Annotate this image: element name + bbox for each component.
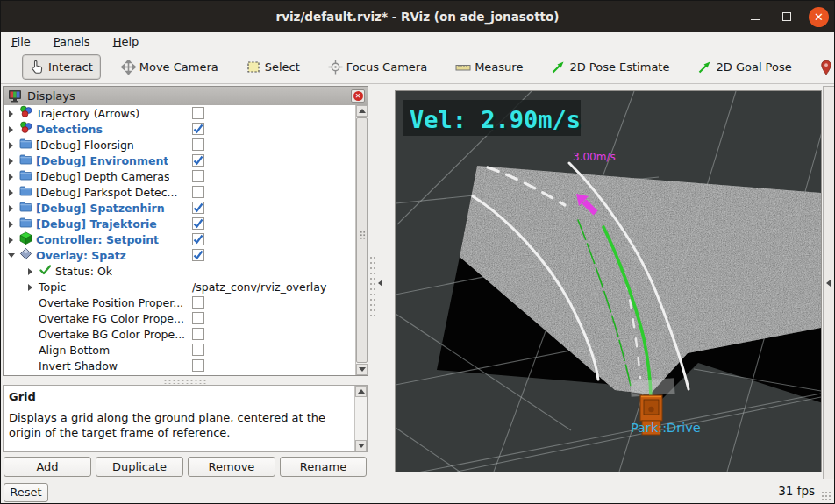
tree-item-label: Overtake BG Color Prope... xyxy=(39,328,185,341)
displays-tree: Trajectory (Arrows)Detections[Debug] Flo… xyxy=(4,105,355,375)
tree-item-label: Overtake FG Color Prope... xyxy=(39,312,184,325)
tree-row[interactable]: [Debug] Floorsign xyxy=(4,137,355,153)
expand-closed-icon[interactable] xyxy=(7,154,16,167)
tree-row[interactable]: Detections xyxy=(4,121,355,137)
tree-row[interactable]: [Debug] Trajektorie xyxy=(4,216,355,231)
scrollbar-thumb[interactable] xyxy=(356,117,368,363)
expand-closed-icon[interactable] xyxy=(26,280,35,294)
tree-row[interactable]: [Debug] Environment xyxy=(4,153,355,168)
tree-item-label: Topic xyxy=(39,280,66,294)
arrow-down-icon xyxy=(359,367,366,372)
checkbox-unchecked[interactable] xyxy=(192,138,204,151)
tree-item-label: Controller: Setpoint xyxy=(36,233,159,246)
tree-item-value[interactable]: /spatz_conv/rviz_overlay xyxy=(192,280,326,294)
tree-row[interactable]: Topic/spatz_conv/rviz_overlay xyxy=(4,279,355,295)
scroll-up-button[interactable] xyxy=(355,386,367,397)
expand-closed-icon[interactable] xyxy=(7,107,16,120)
displays-panel-close-button[interactable]: ✕ xyxy=(351,89,365,103)
expand-closed-icon[interactable] xyxy=(7,138,16,152)
left-panel-collapse-button[interactable] xyxy=(378,280,382,287)
fps-counter: 31 fps xyxy=(778,484,815,498)
tool-2d-goal-pose[interactable]: 2D Goal Pose xyxy=(689,54,799,80)
tool-interact[interactable]: Interact xyxy=(22,54,101,80)
expand-closed-icon[interactable] xyxy=(7,233,16,246)
speed-label: 3.00m/s xyxy=(573,151,616,163)
vertical-splitter-handle[interactable] xyxy=(369,255,376,316)
tree-item-label: Align Bottom xyxy=(39,344,110,357)
tree-row[interactable]: [Debug] Depth Cameras xyxy=(4,168,355,184)
tree-row[interactable]: Trajectory (Arrows) xyxy=(4,105,355,121)
tree-row[interactable]: Controller: Setpoint xyxy=(4,231,355,247)
render-scene: 3.00m/s Park::Drive Vel: 2.90m/s Vel: 2.… xyxy=(396,91,821,472)
menu-panels[interactable]: Panels xyxy=(54,35,90,48)
tool-move-camera[interactable]: Move Camera xyxy=(113,54,226,80)
reset-button[interactable]: Reset xyxy=(4,483,48,502)
remove-button[interactable]: Remove xyxy=(188,457,275,477)
checkbox-unchecked[interactable] xyxy=(192,296,204,309)
tree-row[interactable]: [Debug] Spatzenhirn xyxy=(4,200,355,216)
checkbox-checked[interactable] xyxy=(192,233,204,245)
tool-select[interactable]: Select xyxy=(239,54,308,80)
displays-panel-icon xyxy=(8,89,22,103)
menu-help[interactable]: Help xyxy=(113,35,139,48)
tree-row[interactable]: [Debug] Parkspot Detec... xyxy=(4,184,355,200)
expand-closed-icon[interactable] xyxy=(7,202,16,215)
maximize-button[interactable] xyxy=(777,7,796,26)
tree-scrollbar[interactable] xyxy=(355,105,368,375)
right-panel-collapse-strip[interactable] xyxy=(823,86,835,479)
pose-estimate-icon xyxy=(551,60,566,75)
publish-point-icon xyxy=(820,60,832,75)
checkbox-checked[interactable] xyxy=(192,154,204,167)
tool-2d-pose-estimate[interactable]: 2D Pose Estimate xyxy=(543,54,677,80)
titlebar[interactable]: rviz/default.rviz* - RViz (on ade_jonaso… xyxy=(1,1,834,32)
tree-row[interactable]: Invert Shadow xyxy=(4,358,355,373)
add-button[interactable]: Add xyxy=(4,457,91,477)
expand-open-icon[interactable] xyxy=(7,249,16,262)
checkbox-unchecked[interactable] xyxy=(192,107,204,119)
expand-closed-icon[interactable] xyxy=(7,170,16,183)
checkbox-unchecked[interactable] xyxy=(192,170,204,182)
rename-button[interactable]: Rename xyxy=(280,457,367,477)
tree-row[interactable]: Overlay: Spatz xyxy=(4,247,355,263)
checkbox-unchecked[interactable] xyxy=(192,328,204,340)
duplicate-button[interactable]: Duplicate xyxy=(96,457,183,477)
tool-measure[interactable]: Measure xyxy=(447,55,531,79)
tool-label: 2D Pose Estimate xyxy=(569,60,669,74)
help-panel: Grid Displays a grid along the ground pl… xyxy=(3,385,368,452)
tree-row[interactable]: Overtake BG Color Prope... xyxy=(4,326,355,342)
tree-row[interactable]: Overtake Position Proper... xyxy=(4,295,355,310)
menu-file[interactable]: File xyxy=(11,35,31,48)
checkbox-checked[interactable] xyxy=(192,217,204,230)
horizontal-splitter-handle[interactable] xyxy=(163,379,207,384)
tree-row[interactable]: Status: Ok xyxy=(4,263,355,279)
displays-panel-header[interactable]: Displays ✕ xyxy=(4,87,368,105)
tree-column-divider[interactable] xyxy=(189,105,189,375)
marker-icon xyxy=(19,121,32,137)
checkbox-unchecked[interactable] xyxy=(192,186,204,198)
tree-row[interactable]: Align Bottom xyxy=(4,342,355,358)
3d-viewport[interactable]: 3.00m/s Park::Drive Vel: 2.90m/s Vel: 2.… xyxy=(395,90,822,472)
tool-focus-camera[interactable]: Focus Camera xyxy=(320,54,435,80)
checkbox-unchecked[interactable] xyxy=(192,312,204,324)
window-resize-grip[interactable] xyxy=(821,491,831,501)
expand-closed-icon[interactable] xyxy=(7,217,16,231)
tool-publish-point[interactable]: Publish Point xyxy=(812,54,835,81)
rviz-window: rviz/default.rviz* - RViz (on ade_jonaso… xyxy=(0,0,835,504)
close-button[interactable]: ✕ xyxy=(809,7,829,27)
scroll-up-button[interactable] xyxy=(356,105,368,117)
checkbox-checked[interactable] xyxy=(192,202,204,214)
arrow-up-icon xyxy=(358,389,365,394)
scroll-down-button[interactable] xyxy=(356,364,368,375)
scroll-down-button[interactable] xyxy=(355,440,367,451)
tree-row[interactable]: Overtake FG Color Prope... xyxy=(4,310,355,326)
expand-closed-icon[interactable] xyxy=(7,186,16,199)
checkbox-checked[interactable] xyxy=(192,249,204,261)
expand-closed-icon[interactable] xyxy=(26,265,35,278)
toolbar: InteractMove CameraSelectFocus CameraMea… xyxy=(1,51,834,84)
minimize-button[interactable] xyxy=(746,7,765,26)
checkbox-checked[interactable] xyxy=(192,123,204,135)
expand-closed-icon[interactable] xyxy=(7,123,16,136)
checkbox-unchecked[interactable] xyxy=(192,344,204,356)
checkbox-unchecked[interactable] xyxy=(192,359,204,372)
help-scrollbar[interactable] xyxy=(354,386,367,451)
